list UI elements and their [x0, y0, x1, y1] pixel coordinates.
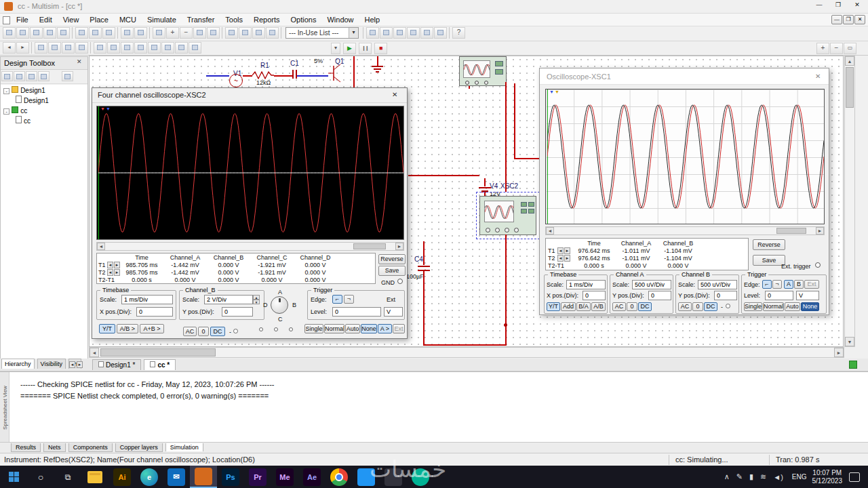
dc-coupling-button[interactable]: DC: [704, 302, 717, 311]
erc-icon[interactable]: [407, 27, 420, 39]
timebase-xpos-field[interactable]: 0: [583, 291, 606, 300]
menu-help[interactable]: Help: [359, 14, 386, 26]
panel-close-icon[interactable]: ✕: [77, 58, 82, 65]
channel-b-ypos-field[interactable]: 0: [714, 291, 737, 300]
channel-ypos-field[interactable]: 0: [222, 307, 253, 317]
database-icon[interactable]: [252, 27, 265, 39]
component-label-v4[interactable]: V4: [490, 182, 498, 190]
tray-volume-icon[interactable]: ◄): [773, 473, 783, 481]
component-label-c1[interactable]: C1: [290, 60, 299, 67]
help-icon[interactable]: ?: [452, 27, 465, 39]
component-label-xsc2[interactable]: XSC2: [500, 182, 518, 190]
onpage-connector-icon[interactable]: [148, 42, 161, 54]
tray-network-icon[interactable]: ≋: [760, 472, 766, 481]
t2-left-icon[interactable]: ◄: [557, 255, 564, 262]
trigger-unit-dropdown[interactable]: V: [796, 291, 819, 300]
sim-profile-dropdown-icon[interactable]: ▾: [331, 43, 340, 54]
menu-reports[interactable]: Reports: [248, 14, 285, 26]
yt-mode-button[interactable]: Y/T: [547, 302, 560, 311]
trigger-none-button[interactable]: None: [361, 324, 377, 333]
sheet-tab-simulation[interactable]: Simulation: [165, 443, 203, 451]
scroll-left-icon[interactable]: ◄: [546, 227, 554, 235]
scope-scrollbar[interactable]: ◄ ►: [545, 226, 825, 235]
zero-coupling-button[interactable]: 0: [627, 302, 637, 311]
scroll-right-icon[interactable]: ►: [816, 227, 824, 235]
channel-b-scale-field[interactable]: 500 uV/Div: [698, 280, 737, 289]
notification-center-icon[interactable]: [849, 472, 860, 482]
camera-app-icon[interactable]: [380, 466, 407, 488]
mdi-close-button[interactable]: ✕: [854, 15, 865, 24]
zoom-in-tool-icon[interactable]: +: [166, 27, 179, 39]
wire-tool-icon[interactable]: [94, 42, 106, 54]
menu-tools[interactable]: Tools: [220, 14, 248, 26]
photos-app-icon[interactable]: [353, 466, 380, 488]
tree-item-design1-root[interactable]: Design1: [20, 87, 45, 94]
hierarchical-block-icon[interactable]: [175, 42, 188, 54]
after-effects-icon[interactable]: Ae: [298, 466, 326, 488]
scrollbar-thumb[interactable]: [353, 243, 386, 249]
menu-edit[interactable]: Edit: [34, 14, 58, 26]
oscilloscope-xsc2-instrument[interactable]: [479, 196, 536, 235]
t1-left-icon[interactable]: ◄: [107, 262, 113, 268]
tray-pen-icon[interactable]: ✎: [736, 472, 743, 481]
in-use-list-dropdown[interactable]: --- In-Use List --- ▾: [285, 27, 359, 39]
tab-scroll-right-icon[interactable]: ►: [77, 361, 83, 368]
menu-view[interactable]: View: [58, 14, 85, 26]
photoshop-icon[interactable]: Ps: [217, 466, 244, 488]
rotate-ccw-icon[interactable]: [35, 42, 47, 54]
capacitor-symbol-c1[interactable]: [292, 70, 294, 79]
component-label-c4[interactable]: C4: [414, 256, 423, 263]
timebase-scale-field[interactable]: 1 ms/Div: [566, 280, 606, 289]
media-encoder-icon[interactable]: Me: [271, 466, 298, 488]
sheet-tab-copper-layers[interactable]: Copper layers: [115, 443, 163, 452]
tray-expand-icon[interactable]: ∧: [724, 472, 730, 481]
open-file-icon[interactable]: [16, 27, 29, 39]
forward-icon[interactable]: ►: [16, 42, 29, 54]
capacitor-symbol-c4-plate[interactable]: [418, 266, 430, 267]
trigger-source-b-button[interactable]: B: [794, 280, 804, 289]
undo-icon[interactable]: [121, 27, 134, 39]
expand-icon[interactable]: -: [3, 108, 9, 115]
zero-coupling-button[interactable]: 0: [198, 327, 209, 336]
zero-coupling-button[interactable]: 0: [692, 302, 703, 311]
breadboard-icon[interactable]: [434, 27, 447, 39]
print-icon[interactable]: [43, 27, 56, 39]
channel-selector-knob[interactable]: [271, 296, 288, 314]
close-design-icon[interactable]: [38, 71, 50, 81]
mdi-minimize-button[interactable]: —: [831, 15, 842, 24]
trigger-ext-button[interactable]: Ext: [393, 324, 405, 333]
timebase-xpos-field[interactable]: 0: [136, 307, 173, 317]
scrollbar-thumb[interactable]: [100, 348, 216, 357]
grapher-icon[interactable]: [366, 27, 379, 39]
rising-edge-button[interactable]: ⌐: [332, 295, 342, 304]
design-toolbox-toggle-icon[interactable]: [225, 27, 238, 39]
mail-icon[interactable]: ✉: [163, 466, 190, 488]
resistor-symbol-r1[interactable]: [252, 71, 274, 79]
expand-icon[interactable]: -: [3, 88, 9, 94]
menu-mcu[interactable]: MCU: [114, 14, 142, 26]
multisim-taskbar-icon[interactable]: [190, 466, 217, 488]
trigger-a-button[interactable]: A >: [378, 324, 392, 333]
window-title-bar[interactable]: Oscilloscope-XSC1 ✕: [540, 68, 829, 85]
label-tool-icon[interactable]: [134, 42, 147, 54]
new-file-icon[interactable]: [3, 27, 16, 39]
falling-edge-button[interactable]: ¬: [772, 280, 782, 289]
tab-scroll-left-icon[interactable]: ◄: [69, 361, 75, 368]
channel-a-scale-field[interactable]: 500 uV/Div: [632, 280, 671, 289]
refresh-icon[interactable]: [62, 71, 73, 81]
premiere-icon[interactable]: Pr: [244, 466, 271, 488]
ab-mode-button[interactable]: A/B: [591, 302, 606, 311]
battery-symbol-v4-long[interactable]: [479, 187, 491, 188]
gnd-terminal[interactable]: [397, 279, 403, 284]
zoom-out-icon[interactable]: −: [830, 43, 843, 54]
trigger-single-button[interactable]: Single: [744, 302, 762, 311]
edge-browser-icon[interactable]: e: [136, 466, 163, 488]
dropdown-arrow-icon[interactable]: ▾: [349, 28, 358, 38]
subcircuit-icon[interactable]: [189, 42, 201, 54]
ba-mode-button[interactable]: B/A: [576, 302, 591, 311]
dc-coupling-button[interactable]: DC: [638, 302, 652, 311]
chrome-icon[interactable]: [326, 466, 353, 488]
scroll-left-icon[interactable]: ◄: [97, 243, 105, 250]
t1-left-icon[interactable]: ◄: [557, 247, 564, 254]
print-preview-icon[interactable]: [57, 27, 70, 39]
